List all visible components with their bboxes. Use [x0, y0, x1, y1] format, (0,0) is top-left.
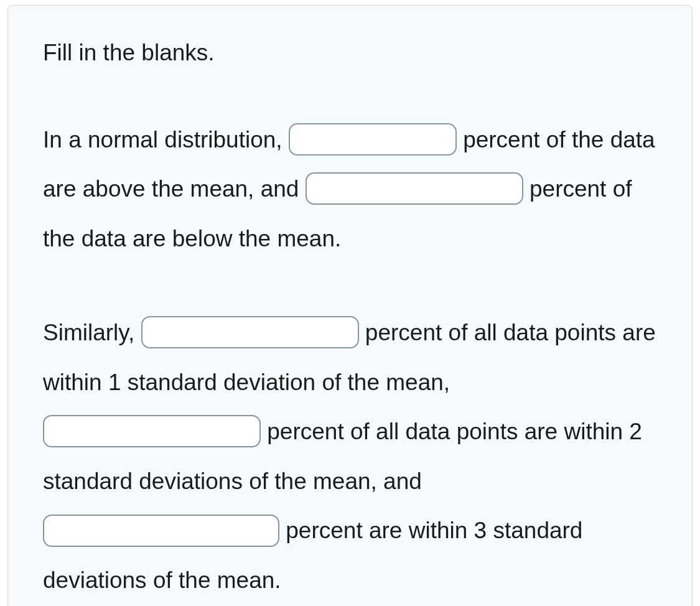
paragraph-2: Similarly, percent of all data points ar… — [43, 308, 657, 605]
blank-input-2[interactable] — [306, 172, 523, 205]
question-prompt: Fill in the blanks. — [43, 35, 657, 70]
blank-input-3[interactable] — [141, 316, 359, 348]
blank-input-4[interactable] — [43, 415, 261, 447]
blank-input-5[interactable] — [43, 515, 279, 547]
paragraph-1: In a normal distribution, percent of the… — [43, 115, 657, 264]
blank-input-1[interactable] — [289, 123, 457, 156]
question-card: Fill in the blanks. In a normal distribu… — [7, 5, 693, 606]
text-segment: In a normal distribution, — [43, 127, 289, 152]
text-segment: Similarly, — [43, 320, 141, 345]
